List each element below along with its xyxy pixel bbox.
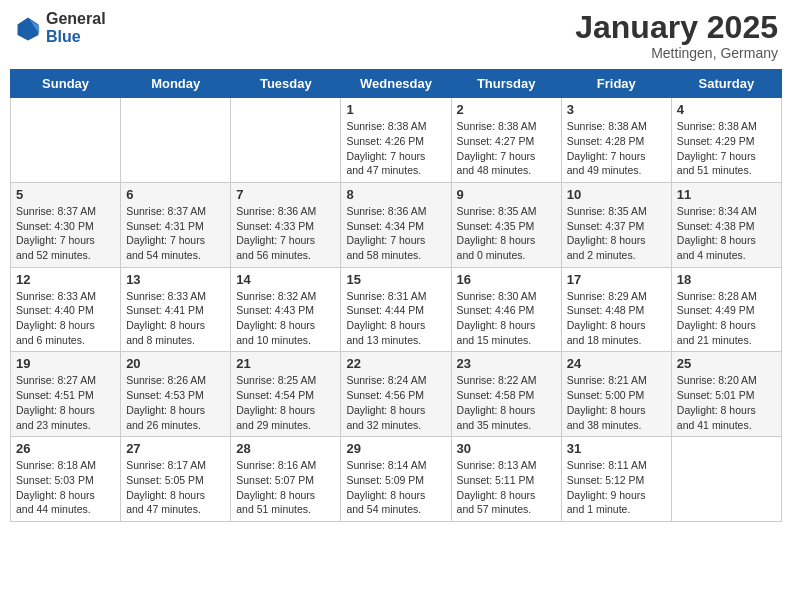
day-number: 19 [16,356,115,371]
week-row-2: 5Sunrise: 8:37 AMSunset: 4:30 PMDaylight… [11,182,782,267]
svg-marker-0 [18,18,39,41]
day-info: Sunrise: 8:17 AMSunset: 5:05 PMDaylight:… [126,458,225,517]
day-info: Sunrise: 8:32 AMSunset: 4:43 PMDaylight:… [236,289,335,348]
day-cell: 25Sunrise: 8:20 AMSunset: 5:01 PMDayligh… [671,352,781,437]
day-cell: 18Sunrise: 8:28 AMSunset: 4:49 PMDayligh… [671,267,781,352]
day-cell: 16Sunrise: 8:30 AMSunset: 4:46 PMDayligh… [451,267,561,352]
title-block: January 2025 Mettingen, Germany [575,10,778,61]
day-info: Sunrise: 8:11 AMSunset: 5:12 PMDaylight:… [567,458,666,517]
day-info: Sunrise: 8:33 AMSunset: 4:41 PMDaylight:… [126,289,225,348]
day-number: 28 [236,441,335,456]
day-info: Sunrise: 8:35 AMSunset: 4:37 PMDaylight:… [567,204,666,263]
day-number: 25 [677,356,776,371]
day-info: Sunrise: 8:25 AMSunset: 4:54 PMDaylight:… [236,373,335,432]
week-row-3: 12Sunrise: 8:33 AMSunset: 4:40 PMDayligh… [11,267,782,352]
logo-line1: General [46,10,106,28]
day-cell: 12Sunrise: 8:33 AMSunset: 4:40 PMDayligh… [11,267,121,352]
day-number: 10 [567,187,666,202]
day-info: Sunrise: 8:38 AMSunset: 4:29 PMDaylight:… [677,119,776,178]
weekday-header-sunday: Sunday [11,70,121,98]
day-cell: 19Sunrise: 8:27 AMSunset: 4:51 PMDayligh… [11,352,121,437]
day-number: 8 [346,187,445,202]
day-info: Sunrise: 8:33 AMSunset: 4:40 PMDaylight:… [16,289,115,348]
day-number: 15 [346,272,445,287]
week-row-1: 1Sunrise: 8:38 AMSunset: 4:26 PMDaylight… [11,98,782,183]
day-number: 9 [457,187,556,202]
day-info: Sunrise: 8:30 AMSunset: 4:46 PMDaylight:… [457,289,556,348]
day-info: Sunrise: 8:13 AMSunset: 5:11 PMDaylight:… [457,458,556,517]
day-cell: 23Sunrise: 8:22 AMSunset: 4:58 PMDayligh… [451,352,561,437]
weekday-header-row: SundayMondayTuesdayWednesdayThursdayFrid… [11,70,782,98]
day-number: 17 [567,272,666,287]
day-cell [231,98,341,183]
day-cell: 6Sunrise: 8:37 AMSunset: 4:31 PMDaylight… [121,182,231,267]
day-number: 4 [677,102,776,117]
day-cell: 7Sunrise: 8:36 AMSunset: 4:33 PMDaylight… [231,182,341,267]
day-number: 6 [126,187,225,202]
weekday-header-monday: Monday [121,70,231,98]
day-number: 16 [457,272,556,287]
day-cell: 11Sunrise: 8:34 AMSunset: 4:38 PMDayligh… [671,182,781,267]
day-number: 22 [346,356,445,371]
day-cell: 24Sunrise: 8:21 AMSunset: 5:00 PMDayligh… [561,352,671,437]
day-cell: 20Sunrise: 8:26 AMSunset: 4:53 PMDayligh… [121,352,231,437]
day-cell: 8Sunrise: 8:36 AMSunset: 4:34 PMDaylight… [341,182,451,267]
day-info: Sunrise: 8:37 AMSunset: 4:30 PMDaylight:… [16,204,115,263]
month-title: January 2025 [575,10,778,45]
day-info: Sunrise: 8:24 AMSunset: 4:56 PMDaylight:… [346,373,445,432]
week-row-5: 26Sunrise: 8:18 AMSunset: 5:03 PMDayligh… [11,437,782,522]
day-cell: 14Sunrise: 8:32 AMSunset: 4:43 PMDayligh… [231,267,341,352]
day-number: 13 [126,272,225,287]
day-number: 21 [236,356,335,371]
day-info: Sunrise: 8:38 AMSunset: 4:28 PMDaylight:… [567,119,666,178]
weekday-header-wednesday: Wednesday [341,70,451,98]
day-cell: 17Sunrise: 8:29 AMSunset: 4:48 PMDayligh… [561,267,671,352]
day-info: Sunrise: 8:22 AMSunset: 4:58 PMDaylight:… [457,373,556,432]
day-number: 29 [346,441,445,456]
logo: General Blue [14,10,106,46]
day-number: 24 [567,356,666,371]
day-cell: 26Sunrise: 8:18 AMSunset: 5:03 PMDayligh… [11,437,121,522]
weekday-header-friday: Friday [561,70,671,98]
day-number: 18 [677,272,776,287]
day-info: Sunrise: 8:21 AMSunset: 5:00 PMDaylight:… [567,373,666,432]
day-info: Sunrise: 8:18 AMSunset: 5:03 PMDaylight:… [16,458,115,517]
day-cell: 13Sunrise: 8:33 AMSunset: 4:41 PMDayligh… [121,267,231,352]
day-cell [671,437,781,522]
day-cell: 4Sunrise: 8:38 AMSunset: 4:29 PMDaylight… [671,98,781,183]
day-info: Sunrise: 8:34 AMSunset: 4:38 PMDaylight:… [677,204,776,263]
day-cell: 5Sunrise: 8:37 AMSunset: 4:30 PMDaylight… [11,182,121,267]
page-header: General Blue January 2025 Mettingen, Ger… [10,10,782,61]
day-number: 26 [16,441,115,456]
day-info: Sunrise: 8:26 AMSunset: 4:53 PMDaylight:… [126,373,225,432]
day-cell: 9Sunrise: 8:35 AMSunset: 4:35 PMDaylight… [451,182,561,267]
day-info: Sunrise: 8:27 AMSunset: 4:51 PMDaylight:… [16,373,115,432]
day-number: 12 [16,272,115,287]
day-number: 27 [126,441,225,456]
day-info: Sunrise: 8:16 AMSunset: 5:07 PMDaylight:… [236,458,335,517]
day-number: 3 [567,102,666,117]
day-number: 31 [567,441,666,456]
day-number: 23 [457,356,556,371]
weekday-header-tuesday: Tuesday [231,70,341,98]
day-cell: 29Sunrise: 8:14 AMSunset: 5:09 PMDayligh… [341,437,451,522]
location: Mettingen, Germany [575,45,778,61]
day-cell: 22Sunrise: 8:24 AMSunset: 4:56 PMDayligh… [341,352,451,437]
day-info: Sunrise: 8:38 AMSunset: 4:26 PMDaylight:… [346,119,445,178]
calendar: SundayMondayTuesdayWednesdayThursdayFrid… [10,69,782,522]
logo-line2: Blue [46,28,106,46]
weekday-header-thursday: Thursday [451,70,561,98]
day-cell: 3Sunrise: 8:38 AMSunset: 4:28 PMDaylight… [561,98,671,183]
day-cell: 15Sunrise: 8:31 AMSunset: 4:44 PMDayligh… [341,267,451,352]
day-cell: 31Sunrise: 8:11 AMSunset: 5:12 PMDayligh… [561,437,671,522]
day-cell: 30Sunrise: 8:13 AMSunset: 5:11 PMDayligh… [451,437,561,522]
week-row-4: 19Sunrise: 8:27 AMSunset: 4:51 PMDayligh… [11,352,782,437]
day-number: 11 [677,187,776,202]
day-cell: 27Sunrise: 8:17 AMSunset: 5:05 PMDayligh… [121,437,231,522]
day-number: 5 [16,187,115,202]
day-number: 20 [126,356,225,371]
day-info: Sunrise: 8:35 AMSunset: 4:35 PMDaylight:… [457,204,556,263]
day-cell [121,98,231,183]
day-number: 7 [236,187,335,202]
day-cell [11,98,121,183]
